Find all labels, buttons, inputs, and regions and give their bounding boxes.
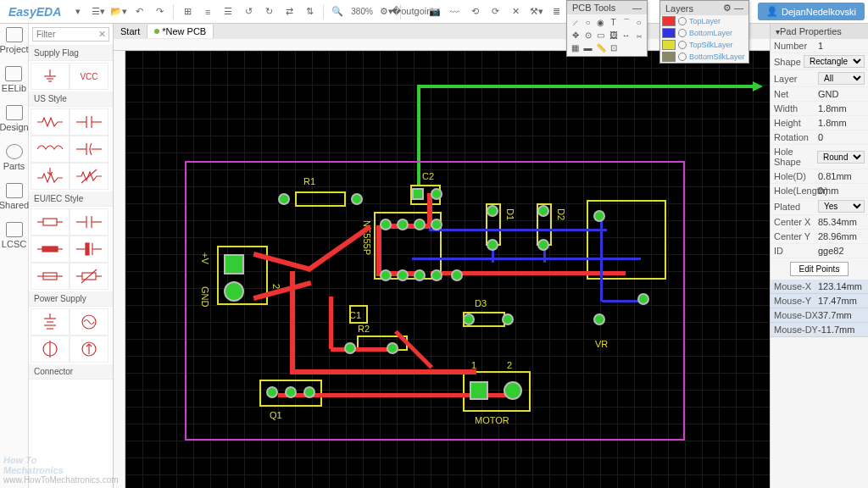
comp-r1[interactable] [295,191,346,207]
prop-select[interactable]: All [818,72,865,85]
sidebar-lcsc[interactable]: LCSC [2,222,26,249]
prop-value[interactable]: GND [818,89,865,99]
part-res-eu[interactable] [31,208,70,236]
part-ind-us[interactable] [31,136,70,163]
tool-arc[interactable]: ⌒ [620,16,632,29]
prop-value[interactable]: 0.81mm [818,171,865,181]
prop-select[interactable]: Round [817,151,865,164]
layers-panel[interactable]: Layers⚙ — TopLayerBottomLayerTopSilkLaye… [659,0,749,64]
layer-row-TopSilkLayer[interactable]: TopSilkLayer [660,39,748,51]
layout-icon[interactable]: ⊞ [179,3,196,20]
tool-group[interactable]: ⊡ [607,42,620,54]
tool-hole[interactable]: ⊙ [581,29,594,42]
pcb-tools-panel[interactable]: PCB Tools— ⟋ ○ ◉ T ⌒ ○ ✥ ⊙ ▭ 🖼 ↔ ⨝ ▦ ▬ 📏… [566,0,648,57]
section-connector[interactable]: Connector [29,364,113,380]
prop-value[interactable]: 28.96mm [818,231,865,241]
part-cap-pol-us[interactable] [70,136,108,163]
sidebar-eelib[interactable]: EELib [2,66,26,93]
part-fuse-eu[interactable] [31,263,70,290]
align2-icon[interactable]: ☰ [220,3,236,20]
file-icon[interactable]: ▾ [70,3,86,20]
tool-pad[interactable]: ○ [581,16,594,29]
section-power-supply[interactable]: Power Supply [29,291,113,307]
eye-icon[interactable] [678,29,687,37]
part-current-source[interactable] [70,336,108,363]
prop-select[interactable]: Yes [818,200,865,213]
tool-circle[interactable]: ○ [632,16,645,29]
undo-icon[interactable]: ↶ [131,3,147,20]
redo-icon[interactable]: ↷ [151,3,168,20]
part-dc-source[interactable] [31,336,70,363]
part-pot-us[interactable] [31,163,70,190]
filter-clear-icon[interactable]: ✕ [98,29,106,40]
prop-value[interactable]: 0 [818,132,865,142]
prop-value[interactable]: gge82 [818,246,865,256]
section-eu-style[interactable]: EU/IEC Style [29,191,113,207]
align-icon[interactable]: ≡ [199,3,216,20]
tool-via[interactable]: ◉ [594,16,607,29]
sidebar-design[interactable]: Design [0,105,29,132]
prop-select[interactable]: Rectangle [804,55,865,68]
pcb-canvas[interactable]: +V GND 2 R1 C2 NE555P C1 R2 D1 D2 D3 VR … [125,51,770,488]
part-cap-us[interactable] [70,108,108,136]
eye-icon[interactable] [678,17,687,25]
tool-rect[interactable]: ▭ [594,29,607,42]
rotate-l-icon[interactable]: ↺ [240,3,257,20]
sidebar-project[interactable]: Project [0,27,29,54]
prop-value[interactable]: 85.34mm [818,217,865,227]
bom-icon[interactable]: ≣ [548,3,565,20]
flip-v-icon[interactable]: ⇅ [301,3,318,20]
wave-icon[interactable]: 〰 [447,3,464,20]
part-battery[interactable] [31,308,70,336]
part-ac-source[interactable] [70,308,108,336]
tools-icon[interactable]: ✕ [508,3,525,20]
rotate-r-icon[interactable]: ↻ [260,3,277,20]
part-res-us[interactable] [31,108,70,136]
tab-new-pcb[interactable]: *New PCB [147,25,214,38]
tool-measure[interactable]: 📏 [594,42,607,54]
minimize-icon[interactable]: — [734,3,743,13]
part-ind-eu[interactable] [31,236,70,263]
tool-solid[interactable]: ▬ [581,42,594,54]
part-cap-pol-eu[interactable] [70,236,108,263]
user-button[interactable]: 👤 DejanNedelkovski [758,3,865,20]
share-icon[interactable]: �outgoing [406,3,423,20]
layer-row-TopLayer[interactable]: TopLayer [660,15,748,27]
tool-track[interactable]: ⟋ [569,16,581,29]
update-icon[interactable]: ⟳ [487,3,504,20]
eye-icon[interactable] [678,41,687,49]
part-gnd[interactable] [31,63,70,90]
prop-value[interactable]: 0mm [818,186,865,196]
prop-value[interactable]: 1.8mm [818,118,865,128]
tool-dim[interactable]: ↔ [620,29,632,42]
convert-icon[interactable]: ⟲ [467,3,484,20]
sidebar-parts[interactable]: Parts [3,144,25,171]
prop-value[interactable]: 1 [818,41,865,51]
section-supply-flag[interactable]: Supply Flag [29,46,113,61]
tool-copper[interactable]: ▦ [569,42,581,54]
tool-move[interactable]: ✥ [569,29,581,42]
layer-row-BottomSilkLayer[interactable]: BottomSilkLayer [660,51,748,63]
part-cap-eu[interactable] [70,208,108,236]
flip-h-icon[interactable]: ⇄ [281,3,298,20]
minimize-icon[interactable]: — [632,3,642,13]
tab-start[interactable]: Start [114,25,147,38]
sidebar-shared[interactable]: Shared [0,183,29,210]
section-us-style[interactable]: US Style [29,92,113,107]
edit-points-button[interactable]: Edit Points [790,262,849,276]
fab-icon[interactable]: ⚒▾ [528,3,545,20]
tool-text[interactable]: T [607,16,620,29]
layer-row-BottomLayer[interactable]: BottomLayer [660,27,748,39]
menu-icon[interactable]: ☰▾ [90,3,107,20]
tool-image[interactable]: 🖼 [607,29,620,42]
camera-icon[interactable]: 📷 [426,3,443,20]
open-icon[interactable]: 📂▾ [110,3,127,20]
part-vcc[interactable]: VCC [70,63,108,90]
tool-connect[interactable]: ⨝ [632,29,645,42]
gear-icon[interactable]: ⚙ [723,3,732,13]
part-varres-us[interactable] [70,163,108,190]
eye-icon[interactable] [678,53,687,61]
part-varres-eu[interactable] [70,263,108,290]
prop-value[interactable]: 1.8mm [818,103,865,114]
zoom-icon[interactable]: 🔍 [329,3,346,20]
